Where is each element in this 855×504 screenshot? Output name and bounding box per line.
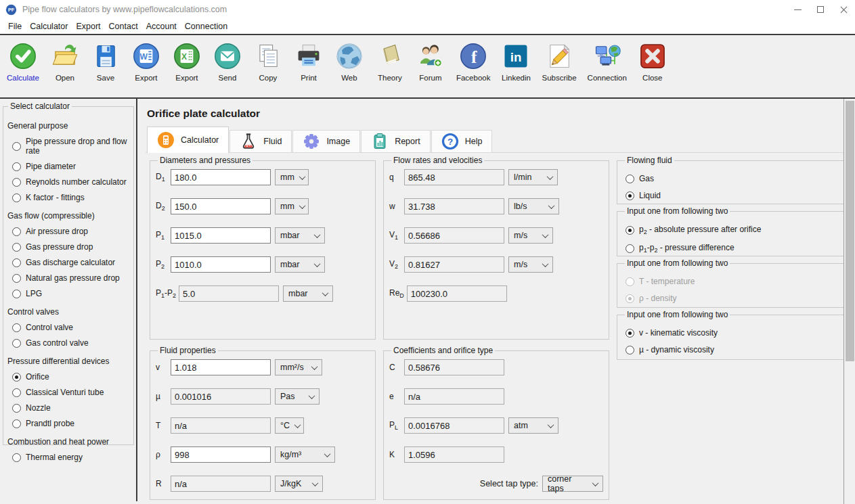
sidebar-item-pipe-diameter[interactable]: Pipe diameter (12, 162, 131, 171)
radio-liquid[interactable]: Liquid (626, 191, 849, 200)
flow-coefficient-output (404, 446, 504, 463)
d1-input[interactable] (171, 169, 271, 185)
temperature-unit-select[interactable]: °C (275, 417, 304, 434)
minimize-button[interactable] (786, 0, 809, 19)
fluid-properties-groupbox: Fluid properties v mm²/s µ Pas T ° (150, 346, 376, 500)
sidebar-item-natural-gas[interactable]: Natural gas pressure drop (12, 273, 131, 283)
sidebar-item-gas-discharge[interactable]: Gas discharge calculator (12, 258, 131, 267)
d2-input[interactable] (171, 198, 271, 214)
toolbar-button-connection[interactable]: Connection (582, 40, 632, 83)
radio-dynamic-viscosity[interactable]: µ - dynamic viscosity (626, 345, 849, 354)
gas-constant-unit-select[interactable]: J/kgK (275, 476, 323, 492)
density-unit-select[interactable]: kg/m³ (275, 446, 335, 463)
sidebar-item-nozzle[interactable]: Nozzle (12, 403, 131, 413)
tab-calculator[interactable]: Calculator (147, 127, 229, 153)
toolbar-button-export-excel[interactable]: X Export (167, 40, 207, 83)
calculator-sidebar: Select calculator General purpose Pipe p… (0, 99, 136, 501)
close-window-button[interactable] (832, 0, 855, 19)
field-row-e: e (389, 388, 603, 405)
tab-help[interactable]: ? Help (431, 130, 493, 152)
fluid-tab-icon (240, 133, 257, 150)
sidebar-item-control-valve[interactable]: Control valve (12, 323, 131, 332)
tab-fluid[interactable]: Fluid (229, 130, 292, 152)
menu-file[interactable]: File (4, 20, 26, 33)
scrollbar-thumb[interactable] (846, 101, 854, 361)
toolbar-button-open[interactable]: Open (45, 40, 85, 83)
menu-calculator[interactable]: Calculator (26, 20, 72, 33)
pressure-loss-unit-select[interactable]: atm (508, 417, 558, 434)
velocity1-output (404, 227, 504, 244)
toolbar-button-web[interactable]: Web (329, 40, 370, 83)
toolbar-button-theory[interactable]: Theory (370, 40, 410, 83)
toolbar-button-subscribe[interactable]: Subscribe (536, 40, 582, 83)
toolbar-button-export-word[interactable]: W Export (126, 40, 167, 83)
toolbar-button-facebook[interactable]: f Facebook (451, 40, 496, 83)
menu-account[interactable]: Account (142, 20, 181, 33)
p2-unit-select[interactable]: mbar (275, 256, 325, 273)
velocity2-unit-select[interactable]: m/s (508, 256, 553, 273)
kinematic-viscosity-input[interactable] (171, 359, 271, 375)
tap-type-select[interactable]: corner taps (542, 476, 603, 492)
menu-export[interactable]: Export (72, 20, 104, 33)
maximize-button[interactable] (809, 0, 832, 19)
radio-p2-absolute[interactable]: p2 - absolute pressure after orifice (626, 225, 849, 235)
dynamic-viscosity-unit-select[interactable]: Pas (275, 388, 320, 405)
chevron-down-icon (311, 363, 318, 370)
radio-kinematic-viscosity[interactable]: v - kinematic viscosity (626, 328, 849, 338)
sidebar-item-pipe-pressure-drop[interactable]: Pipe pressure drop and flow rate (12, 137, 131, 156)
expansion-factor-output (404, 388, 504, 405)
toolbar-button-send[interactable]: Send (207, 40, 248, 83)
toolbar-button-forum[interactable]: Forum (410, 40, 451, 83)
sidebar-item-gas-control-valve[interactable]: Gas control valve (12, 338, 131, 348)
toolbar-button-calculate[interactable]: Calculate (1, 40, 45, 83)
p2-input[interactable] (171, 256, 271, 273)
sidebar-item-reynolds-number[interactable]: Reynolds number calculator (12, 177, 131, 187)
sidebar-item-prandtl-probe[interactable]: Prandtl probe (12, 419, 131, 428)
radio-density[interactable]: ρ - density (626, 294, 849, 303)
velocity1-unit-select[interactable]: m/s (508, 227, 553, 244)
print-icon (294, 41, 324, 71)
radio-temperature[interactable]: T - temperature (626, 277, 849, 286)
toolbar-button-print[interactable]: Print (288, 40, 329, 83)
report-tab-icon (371, 133, 389, 150)
sidebar-item-air-pressure-drop[interactable]: Air pressure drop (12, 227, 131, 236)
sidebar-item-orifice[interactable]: Orifice (12, 372, 131, 382)
volumetric-flow-unit-select[interactable]: l/min (508, 169, 558, 185)
p1-unit-select[interactable]: mbar (275, 227, 325, 244)
toolbar-button-save[interactable]: Save (85, 40, 126, 83)
density-input[interactable] (171, 446, 271, 463)
toolbar-button-close[interactable]: Close (632, 40, 673, 83)
toolbar-button-linkedin[interactable]: in Linkedin (496, 40, 536, 83)
radio-pressure-difference[interactable]: p1-p2 - pressure difference (626, 243, 849, 254)
radio-icon (626, 329, 634, 338)
p1-input[interactable] (171, 227, 271, 244)
export-excel-icon: X (172, 41, 202, 71)
toolbar-button-copy[interactable]: Copy (248, 40, 288, 83)
field-row-density: ρ kg/m³ (156, 446, 370, 463)
vertical-scrollbar[interactable] (843, 99, 855, 504)
sidebar-item-venturi-tube[interactable]: Classical Venturi tube (12, 388, 131, 397)
menu-contact[interactable]: Contact (105, 20, 142, 33)
open-folder-icon (50, 41, 80, 71)
sidebar-item-thermal-energy[interactable]: Thermal energy (12, 453, 131, 462)
sidebar-item-gas-pressure-drop[interactable]: Gas pressure drop (12, 242, 131, 252)
radio-icon (12, 258, 21, 267)
kinematic-viscosity-unit-select[interactable]: mm²/s (275, 359, 322, 375)
group-header-control-valves: Control valves (7, 307, 131, 317)
field-row-pl: PL atm (389, 417, 603, 434)
mass-flow-unit-select[interactable]: lb/s (508, 198, 559, 214)
tap-type-label: Select tap type: (480, 479, 538, 488)
copy-icon (253, 41, 283, 71)
d1-unit-select[interactable]: mm (275, 169, 309, 185)
tab-image[interactable]: Image (292, 130, 360, 152)
chevron-down-icon (314, 260, 321, 267)
d2-unit-select[interactable]: mm (275, 198, 309, 214)
radio-icon (12, 339, 21, 348)
sidebar-item-k-factor[interactable]: K factor - fittings (12, 193, 131, 202)
tab-report[interactable]: Report (361, 130, 431, 152)
field-row-p1: P1 mbar (156, 227, 370, 244)
radio-gas[interactable]: Gas (626, 174, 849, 183)
p1-p2-unit-select[interactable]: mbar (283, 285, 333, 302)
sidebar-item-lpg[interactable]: LPG (12, 289, 131, 298)
menu-connection[interactable]: Connection (181, 20, 232, 33)
